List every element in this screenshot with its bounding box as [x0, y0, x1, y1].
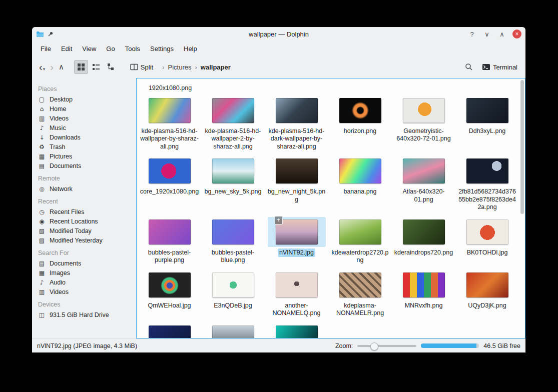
file-uqyd3jk-png[interactable]: UQyD3jK.png — [456, 268, 518, 322]
search-icon — [465, 63, 473, 71]
sidebar-item-recent-files[interactable]: ◷Recent Files — [37, 207, 134, 216]
folder-view[interactable]: 1920x1080.pngkde-plasma-516-hd-wallpaper… — [136, 78, 525, 338]
sidebar-item-recent-locations[interactable]: ◉Recent Locations — [37, 216, 134, 226]
sidebar-item-documents[interactable]: ▤Documents — [37, 258, 134, 268]
zoom-slider-track[interactable] — [357, 345, 416, 347]
file-kdeplasma-nonamelr-png[interactable]: kdeplasma-NONAMELR.png — [329, 268, 391, 322]
file-bk0tohdl-jpg[interactable]: BK0TOHDl.jpg — [456, 216, 518, 268]
file-kde-plasma-516-hd-wallpaper-2-by-sharaz-ali-png[interactable]: kde-plasma-516-hd-wallpaper-2-by-sharaz-… — [202, 94, 264, 155]
sidebar-item-network[interactable]: ◎Network — [37, 184, 134, 194]
sidebar-item-downloads[interactable]: ↓Downloads — [37, 132, 134, 142]
selection-toggle-icon[interactable]: + — [274, 216, 283, 224]
thumbnail — [268, 156, 326, 186]
sidebar-item-videos[interactable]: ▥Videos — [37, 114, 134, 123]
file-kdewaterdrop2720-png[interactable]: kdewaterdrop2720.png — [329, 216, 391, 268]
file-mnrvxfh-png[interactable]: MNRvxfh.png — [393, 268, 455, 322]
file-horizon-png[interactable]: horizon.png — [329, 94, 391, 155]
minimize-button[interactable]: ∨ — [482, 30, 491, 38]
menu-go[interactable]: Go — [102, 43, 119, 54]
help-button[interactable]: ? — [467, 30, 476, 38]
menu-settings[interactable]: Settings — [146, 43, 178, 54]
sidebar-item-trash[interactable]: ♻Trash — [37, 142, 134, 152]
sidebar-item-audio[interactable]: ♪Audio — [37, 278, 134, 287]
disk-usage-bar — [421, 344, 479, 348]
search-button[interactable] — [462, 60, 476, 74]
dolphin-window: wallpaper — Dolphin ?∨∧× FileEditViewGoT… — [32, 27, 525, 352]
tree-view-icon — [107, 63, 115, 71]
thumbnail — [204, 96, 262, 126]
file-kde-plasma-516-hd-wallpaper-by-sharaz-ali-png[interactable]: kde-plasma-516-hd-wallpaper-by-sharaz-al… — [139, 94, 201, 155]
sidebar-item-home[interactable]: ⌂Home — [37, 104, 134, 114]
menu-file[interactable]: File — [36, 43, 56, 54]
sidebar-item-pictures[interactable]: ▦Pictures — [37, 152, 134, 161]
file-bubbles-pastel-purple-png[interactable]: bubbles-pastel-purple.png — [139, 216, 201, 268]
file-e3nqdeb-jpg[interactable]: E3nQDeB.jpg — [202, 268, 264, 322]
zoom-slider-handle[interactable] — [370, 342, 378, 350]
file-qmwehoal-jpg[interactable]: QmWEHoal.jpg — [139, 268, 201, 322]
scrollbar-thumb[interactable] — [520, 80, 524, 214]
menu-help[interactable]: Help — [179, 43, 202, 54]
file-banana-png[interactable]: banana.png — [329, 154, 391, 216]
sidebar-section-places: Places — [38, 86, 134, 92]
thumbnail — [204, 323, 262, 338]
tree-view-button[interactable] — [104, 60, 118, 74]
titlebar[interactable]: wallpaper — Dolphin ?∨∧× — [32, 27, 525, 41]
pin-icon[interactable] — [48, 31, 54, 37]
file-another-nonamelq-png[interactable]: another-NONAMELQ.png — [266, 268, 328, 322]
vertical-scrollbar[interactable] — [520, 78, 525, 338]
thumbnail — [331, 270, 389, 300]
desktop-background: { "window": { "title": "wallpaper — Dolp… — [0, 0, 558, 392]
file-geometryistic-640x320-72-01-png[interactable]: Geometryistic-640x320-72-01.png — [393, 94, 455, 155]
document-icon: ▤ — [38, 162, 46, 170]
maximize-button[interactable]: ∧ — [497, 30, 506, 38]
back-history-caret-icon[interactable]: ▾ — [43, 66, 46, 72]
file-bg-new-night-5k-png[interactable]: bg_new_night_5k.png — [266, 154, 328, 216]
sidebar-item-label: Videos — [50, 288, 69, 296]
file-kderaindrops720-png[interactable]: kderaindrops720.png — [393, 216, 455, 268]
file-atlas-640x320-01-png[interactable]: Atlas-640x320-01.png — [393, 154, 455, 216]
file-2fb81d5682734d37655bb2e875f8263de42a-png[interactable]: 2fb81d5682734d37655bb2e875f8263de42a.png — [456, 154, 518, 216]
forward-button[interactable]: › — [48, 62, 56, 72]
file-nvlnt92-jpg[interactable]: +nVlNT92.jpg — [266, 216, 328, 268]
sidebar-item-images[interactable]: ▦Images — [37, 268, 134, 278]
document-icon: ▤ — [38, 260, 46, 267]
up-button[interactable]: ∧ — [57, 62, 66, 72]
sidebar-item-931-5-gib-hard-drive[interactable]: ◫931.5 GiB Hard Drive — [37, 310, 134, 320]
menu-edit[interactable]: Edit — [57, 43, 77, 54]
file-core-1920x1080-png[interactable]: core_1920x1080.png — [139, 154, 201, 216]
split-button[interactable]: Split — [127, 60, 156, 74]
sidebar-item-modified-yesterday[interactable]: ▨Modified Yesterday — [37, 236, 134, 245]
breadcrumb: ›Pictures›wallpaper — [162, 64, 231, 71]
thumbnail-image — [212, 220, 254, 244]
file-unnamed[interactable] — [266, 322, 328, 338]
terminal-button[interactable]: Terminal — [479, 60, 520, 74]
file-1920x1080-png[interactable]: 1920x1080.png — [138, 80, 203, 94]
sidebar-item-modified-today[interactable]: ▧Modified Today — [37, 226, 134, 236]
breadcrumb-pictures[interactable]: Pictures — [168, 64, 192, 71]
sidebar-item-documents[interactable]: ▤Documents — [37, 161, 134, 170]
icons-view-button[interactable] — [74, 60, 88, 74]
file-name: MNRvxfh.png — [403, 302, 444, 310]
file-kde-plasma-516-hd-dark-wallpaper-by-sharaz-ali-png[interactable]: kde-plasma-516-hd-dark-wallpaper-by-shar… — [266, 94, 328, 155]
file-unnamed[interactable] — [202, 322, 264, 338]
breadcrumb-wallpaper[interactable]: wallpaper — [201, 64, 231, 71]
thumbnail — [458, 96, 516, 126]
file-bubbles-pastel-blue-png[interactable]: bubbles-pastel-blue.png — [202, 216, 264, 268]
zoom-slider[interactable] — [357, 342, 416, 350]
file-unnamed[interactable] — [139, 322, 201, 338]
details-view-button[interactable] — [89, 60, 103, 74]
close-button[interactable]: × — [512, 30, 521, 38]
menu-view[interactable]: View — [78, 43, 101, 54]
thumbnail-image — [149, 220, 191, 244]
file-bg-new-sky-5k-png[interactable]: bg_new_sky_5k.png — [202, 154, 264, 216]
file-ddh3xyl-png[interactable]: Ddh3xyL.png — [456, 94, 518, 155]
sidebar-item-music[interactable]: ♪Music — [37, 123, 134, 132]
thumbnail-image — [466, 158, 508, 184]
thumbnail — [395, 270, 453, 300]
sidebar-item-desktop[interactable]: ▢Desktop — [37, 94, 134, 104]
clock-icon: ◷ — [38, 208, 46, 216]
back-button[interactable]: ‹ ▾ — [37, 62, 47, 72]
menu-tools[interactable]: Tools — [121, 43, 145, 54]
sidebar-item-videos[interactable]: ▥Videos — [37, 287, 134, 296]
sidebar-section-search-for: Search For — [38, 250, 134, 256]
